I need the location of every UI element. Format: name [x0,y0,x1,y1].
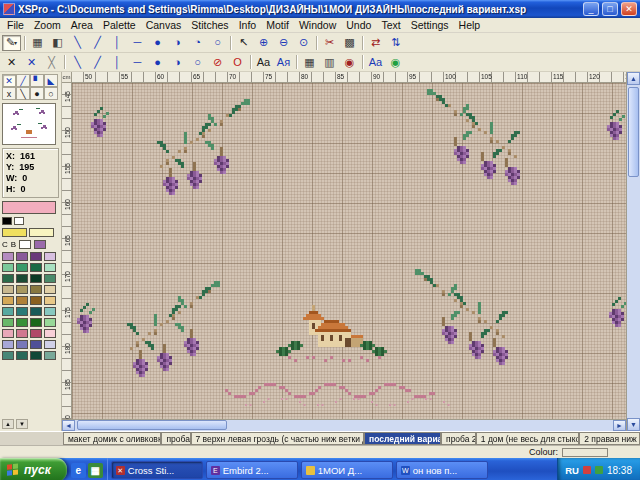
palette-swatch[interactable] [2,274,14,283]
palette-scroll-down-button[interactable]: ▼ [16,419,28,429]
clock[interactable]: 18:38 [607,465,632,476]
menu-undo[interactable]: Undo [341,19,376,31]
language-indicator[interactable]: RU [565,465,579,476]
close-button[interactable]: ✕ [621,2,637,16]
half-cross-tool-button[interactable]: ╱ [16,74,30,87]
palette-swatch[interactable] [30,252,42,261]
half-cross-button[interactable]: ╳ [42,54,61,70]
palette-swatch[interactable] [44,252,56,261]
menu-info[interactable]: Info [234,19,262,31]
backstitch-horizontal-button[interactable]: ─ [128,35,147,51]
palette-swatch[interactable] [16,351,28,360]
backstitch-3-button[interactable]: │ [108,54,127,70]
taskbar-task-button[interactable]: ✕Cross Sti... [111,461,203,479]
cb-swatch[interactable] [19,240,31,249]
palette-swatch[interactable] [2,340,14,349]
pattern-tab[interactable]: макет домик с оливковками [63,432,161,445]
palette-swatch[interactable] [16,329,28,338]
scroll-down-button[interactable]: ▼ [627,418,640,431]
menu-zoom[interactable]: Zoom [29,19,66,31]
show-desktop-icon[interactable]: ▦ [88,463,103,478]
horizontal-scroll-track[interactable] [75,420,613,431]
palette-swatch[interactable] [44,296,56,305]
zoom-in-button[interactable]: ⊕ [254,35,273,51]
pattern-tab[interactable]: последний вариант [364,432,441,445]
full-cross-tool-button[interactable]: ✕ [2,74,16,87]
palette-swatch[interactable] [2,307,14,316]
palette-swatch[interactable] [44,351,56,360]
backstitch-1-button[interactable]: ╲ [68,54,87,70]
cut-tool-button[interactable]: ✂ [320,35,339,51]
palette-swatch[interactable] [30,274,42,283]
palette-swatch[interactable] [2,318,14,327]
outline-stitch-button[interactable]: O [228,54,247,70]
scroll-right-button[interactable]: ► [613,420,626,431]
palette-swatch[interactable] [44,318,56,327]
palette-swatch[interactable] [16,285,28,294]
bead-full-button[interactable]: ● [148,35,167,51]
bar-color-swatch[interactable] [2,228,27,237]
taskbar-task-button[interactable]: Wон нов п... [396,461,488,479]
palette-swatch[interactable] [30,296,42,305]
pattern-tab[interactable]: 7 верхн левая гроздь (с частью ниж ветки… [191,432,365,445]
palette-swatch[interactable] [30,351,42,360]
french-knot-button[interactable]: ● [148,54,167,70]
palette-swatch[interactable] [16,252,28,261]
petite-stitch-tool-button[interactable]: x [2,87,16,100]
cb-swatch[interactable] [34,240,46,249]
palette-swatch[interactable] [30,263,42,272]
palette-swatch[interactable] [44,307,56,316]
title-bar[interactable]: XSPro - C:\Documents and Settings\Rimma\… [0,0,640,18]
palette-swatch[interactable] [44,285,56,294]
start-button[interactable]: пуск [0,458,67,480]
taskbar-task-button[interactable]: 1МОИ Д... [301,461,393,479]
bead-button[interactable]: ○ [188,54,207,70]
bar-color-swatch[interactable] [29,228,54,237]
menu-file[interactable]: File [2,19,29,31]
menu-help[interactable]: Help [454,19,486,31]
palette-swatch[interactable] [2,263,14,272]
pattern-full-button[interactable]: ▦ [300,54,319,70]
horizontal-scrollbar[interactable]: ◄ ► [62,419,626,431]
backstitch-left-button[interactable]: ╲ [68,35,87,51]
volume-tray-icon[interactable] [595,466,603,474]
motif-library-button[interactable]: ▩ [340,35,359,51]
palette-swatch[interactable] [2,329,14,338]
mini-color-swatch[interactable] [2,217,12,225]
flip-horizontal-button[interactable]: ⇄ [366,35,385,51]
minimize-button[interactable]: _ [583,2,599,16]
menu-settings[interactable]: Settings [406,19,454,31]
palette-swatch[interactable] [30,340,42,349]
three-quarter-tool-button[interactable]: ◣ [44,74,58,87]
backstitch-4-button[interactable]: ─ [128,54,147,70]
menu-stitches[interactable]: Stitches [186,19,233,31]
bead-stitch-tool-button[interactable]: ○ [44,87,58,100]
cross-stitch-blue-button[interactable]: ✕ [22,54,41,70]
scroll-up-button[interactable]: ▲ [627,72,640,85]
antivirus-tray-icon[interactable] [583,466,591,474]
horizontal-scroll-thumb[interactable] [77,420,227,430]
palette-swatch[interactable] [44,329,56,338]
vertical-scroll-track[interactable] [627,85,640,418]
vertical-scrollbar[interactable]: ▲ ▼ [626,72,640,431]
maximize-button[interactable]: □ [602,2,618,16]
knot-stitch-tool-button[interactable]: ● [30,87,44,100]
pattern-tab[interactable]: 2 правая ниж гр [579,432,640,445]
palette-swatch[interactable] [30,285,42,294]
palette-swatch[interactable] [2,252,14,261]
palette-swatch[interactable] [30,307,42,316]
bead-half-button[interactable]: ◑ [168,35,187,51]
font-tool-button[interactable]: Aa [366,54,385,70]
backstitch-vertical-button[interactable]: │ [108,35,127,51]
internet-explorer-icon[interactable]: e [71,463,86,478]
palette-swatch[interactable] [2,296,14,305]
pattern-half-button[interactable]: ▥ [320,54,339,70]
text-cyrillic-tool-button[interactable]: Ая [274,54,293,70]
zoom-actual-button[interactable]: ⊙ [294,35,313,51]
palette-swatch[interactable] [16,263,28,272]
palette-swatch[interactable] [16,274,28,283]
color-wheel-button[interactable]: ◉ [386,54,405,70]
cross-stitch-black-button[interactable]: ✕ [2,54,21,70]
bead-quarter-button[interactable]: ◔ [188,35,207,51]
backstitch-2-button[interactable]: ╱ [88,54,107,70]
